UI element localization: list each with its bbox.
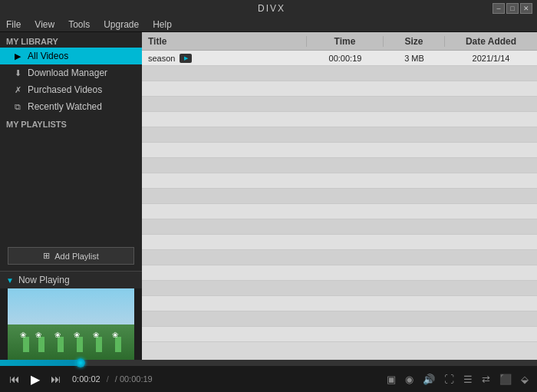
sidebar: MY LIBRARY ▶ All Videos ⬇ Download Manag… [0,32,142,360]
progress-bar[interactable] [0,360,537,366]
window-controls: – □ ✕ [493,3,532,14]
table-row-empty [142,173,537,189]
sidebar-spacer [0,130,142,241]
add-playlist-button[interactable]: ⊞ Add Playlist [8,247,134,265]
table-row-empty [142,265,537,281]
table-row-empty [142,250,537,265]
maximize-button[interactable]: □ [506,3,519,14]
time-separator: / [107,374,109,384]
col-date-added: Date Added [445,36,537,47]
capture-button[interactable]: ⬛ [497,372,514,387]
table-row-empty [142,127,537,143]
airplay-button[interactable]: ⬙ [519,372,531,387]
thumbnail-flower [38,337,44,352]
thumbnail-sky [8,288,134,328]
fast-forward-button[interactable]: ⏭ [48,371,64,387]
table-row-empty [142,97,537,112]
cell-size: 3 MB [384,54,445,63]
menu-item-file[interactable]: File [3,19,24,30]
menu-bar: FileViewToolsUpgradeHelp [0,17,537,32]
current-time: 0:00:02 [72,374,100,384]
content-area: Title Time Size Date Added season 00:00:… [142,32,537,360]
table-row-empty [142,311,537,327]
sidebar-item-label: Purchased Videos [28,84,102,95]
sidebar-item-purchased-videos[interactable]: ✗ Purchased Videos [0,81,142,98]
download-icon: ⬇ [12,68,23,78]
table-row[interactable]: season 00:00:19 3 MB 2021/1/14 [142,51,537,66]
playlists-heading: MY PLAYLISTS [0,115,142,130]
minimize-button[interactable]: – [493,3,505,14]
thumbnail-flower [115,337,121,352]
table-body: season 00:00:19 3 MB 2021/1/14 [142,51,537,360]
now-playing-thumbnail [8,288,134,360]
rewind-button[interactable]: ⏮ [6,371,23,387]
sidebar-item-label: Recently Watched [28,101,102,112]
total-time: / 00:00:19 [115,374,153,384]
thumbnail-flower [23,337,29,352]
table-row-empty [142,112,537,127]
sidebar-item-label: Download Manager [28,68,107,78]
thumbnail-flower [96,337,102,352]
subtitles-button[interactable]: ▣ [384,372,398,387]
col-size: Size [384,36,445,47]
menu-item-upgrade[interactable]: Upgrade [100,19,142,30]
table-row-empty [142,143,537,158]
table-header: Title Time Size Date Added [142,32,537,51]
menu-item-tools[interactable]: Tools [65,19,93,30]
table-row-empty [142,327,537,342]
add-playlist-label: Add Playlist [54,252,98,261]
recently-watched-icon: ⧉ [12,102,23,112]
now-playing-section: ▼ Now Playing [0,271,142,360]
table-row-empty [142,66,537,81]
title-bar: DIVX – □ ✕ [0,0,537,17]
col-title: Title [142,36,307,47]
play-badge [180,54,192,63]
library-heading: MY LIBRARY [0,32,142,48]
cell-title: season [142,54,307,63]
volume-button[interactable]: 🔊 [420,372,437,387]
table-row-empty [142,158,537,173]
playlist-button[interactable]: ☰ [461,372,475,387]
table-row-empty [142,81,537,97]
close-button[interactable]: ✕ [520,3,532,14]
now-playing-header[interactable]: ▼ Now Playing [0,271,142,288]
menu-item-help[interactable]: Help [150,19,175,30]
table-row-empty [142,235,537,250]
resize-button[interactable]: ⛶ [442,372,456,387]
table-row-empty [142,296,537,311]
sidebar-item-download-manager[interactable]: ⬇ Download Manager [0,64,142,81]
cell-date-added: 2021/1/14 [445,54,537,63]
thumbnail-flower [58,337,64,352]
sidebar-item-label: All Videos [28,51,68,61]
main-content: MY LIBRARY ▶ All Videos ⬇ Download Manag… [0,32,537,360]
table-row-empty [142,204,537,219]
menu-item-view[interactable]: View [31,19,58,30]
app-title: DIVX [51,3,493,14]
col-time: Time [307,36,384,47]
table-row-empty [142,189,537,204]
sidebar-item-recently-watched[interactable]: ⧉ Recently Watched [0,98,142,115]
table-row-empty [142,281,537,296]
now-playing-arrow: ▼ [6,276,14,285]
shuffle-button[interactable]: ⇄ [479,372,493,387]
now-playing-label: Now Playing [18,275,70,285]
add-playlist-icon: ⊞ [43,251,50,261]
purchased-icon: ✗ [12,85,23,95]
cell-time: 00:00:19 [307,54,384,63]
player-bar: ⏮ ▶ ⏭ 0:00:02 / / 00:00:19 ▣ ◉ 🔊 ⛶ ☰ ⇄ ⬛… [0,360,537,392]
audio-button[interactable]: ◉ [403,372,416,387]
play-button[interactable]: ▶ [28,371,43,388]
table-row-empty [142,219,537,235]
all-videos-icon: ▶ [12,51,23,61]
controls-row: ⏮ ▶ ⏭ 0:00:02 / / 00:00:19 ▣ ◉ 🔊 ⛶ ☰ ⇄ ⬛… [0,366,537,392]
sidebar-item-all-videos[interactable]: ▶ All Videos [0,48,142,64]
season-label: season [148,54,175,63]
thumbnail-flower [77,337,83,352]
progress-thumb [76,358,85,367]
progress-fill [0,360,81,366]
